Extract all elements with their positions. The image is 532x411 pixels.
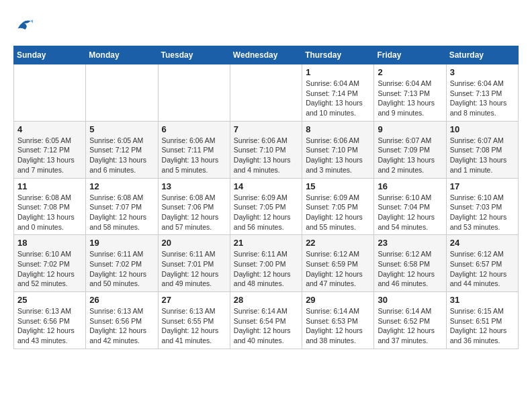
day-number: 29 — [306, 295, 370, 305]
calendar-cell: 7Sunrise: 6:06 AM Sunset: 7:10 PM Daylig… — [230, 121, 302, 178]
calendar-cell: 31Sunrise: 6:15 AM Sunset: 6:51 PM Dayli… — [446, 292, 518, 349]
weekday-header-monday: Monday — [86, 46, 158, 64]
day-info: Sunrise: 6:14 AM Sunset: 6:54 PM Dayligh… — [234, 306, 298, 346]
day-info: Sunrise: 6:12 AM Sunset: 6:57 PM Dayligh… — [450, 249, 515, 289]
day-info: Sunrise: 6:06 AM Sunset: 7:11 PM Dayligh… — [162, 136, 226, 175]
calendar-cell: 12Sunrise: 6:08 AM Sunset: 7:07 PM Dayli… — [86, 178, 158, 235]
day-number: 12 — [89, 181, 154, 191]
day-number: 1 — [306, 67, 370, 77]
day-number: 2 — [378, 67, 442, 77]
day-info: Sunrise: 6:09 AM Sunset: 7:05 PM Dayligh… — [306, 193, 370, 232]
day-number: 18 — [17, 238, 82, 248]
day-number: 24 — [450, 238, 515, 248]
day-number: 28 — [234, 295, 298, 305]
day-number: 16 — [378, 181, 442, 191]
calendar-cell — [230, 64, 302, 122]
calendar-cell — [86, 64, 158, 122]
calendar-cell: 1Sunrise: 6:04 AM Sunset: 7:14 PM Daylig… — [302, 64, 374, 122]
day-number: 4 — [17, 124, 82, 134]
day-info: Sunrise: 6:14 AM Sunset: 6:53 PM Dayligh… — [306, 306, 370, 346]
calendar-cell: 18Sunrise: 6:10 AM Sunset: 7:02 PM Dayli… — [14, 235, 86, 292]
day-info: Sunrise: 6:11 AM Sunset: 7:02 PM Dayligh… — [89, 249, 154, 289]
calendar-table: SundayMondayTuesdayWednesdayThursdayFrid… — [13, 46, 519, 349]
day-info: Sunrise: 6:06 AM Sunset: 7:10 PM Dayligh… — [234, 136, 298, 175]
day-number: 23 — [378, 238, 442, 248]
day-info: Sunrise: 6:05 AM Sunset: 7:12 PM Dayligh… — [17, 136, 82, 175]
day-number: 20 — [162, 238, 226, 248]
page-header — [13, 13, 519, 35]
calendar-cell: 26Sunrise: 6:13 AM Sunset: 6:56 PM Dayli… — [86, 292, 158, 349]
day-number: 11 — [17, 181, 82, 191]
logo-icon — [13, 13, 35, 35]
calendar-cell: 25Sunrise: 6:13 AM Sunset: 6:56 PM Dayli… — [14, 292, 86, 349]
week-row-3: 11Sunrise: 6:08 AM Sunset: 7:08 PM Dayli… — [14, 178, 519, 235]
calendar-cell: 17Sunrise: 6:10 AM Sunset: 7:03 PM Dayli… — [446, 178, 518, 235]
weekday-header-sunday: Sunday — [14, 46, 86, 64]
calendar-cell: 21Sunrise: 6:11 AM Sunset: 7:00 PM Dayli… — [230, 235, 302, 292]
calendar-cell: 16Sunrise: 6:10 AM Sunset: 7:04 PM Dayli… — [374, 178, 446, 235]
day-info: Sunrise: 6:04 AM Sunset: 7:13 PM Dayligh… — [450, 79, 515, 118]
day-info: Sunrise: 6:07 AM Sunset: 7:08 PM Dayligh… — [450, 136, 515, 175]
day-number: 9 — [378, 124, 442, 134]
day-info: Sunrise: 6:10 AM Sunset: 7:03 PM Dayligh… — [450, 193, 515, 232]
weekday-header-wednesday: Wednesday — [230, 46, 302, 64]
calendar-cell: 2Sunrise: 6:04 AM Sunset: 7:13 PM Daylig… — [374, 64, 446, 122]
calendar-cell — [158, 64, 230, 122]
day-number: 19 — [89, 238, 154, 248]
day-number: 17 — [450, 181, 515, 191]
day-number: 25 — [17, 295, 82, 305]
day-info: Sunrise: 6:14 AM Sunset: 6:52 PM Dayligh… — [378, 306, 442, 346]
calendar-cell: 8Sunrise: 6:06 AM Sunset: 7:10 PM Daylig… — [302, 121, 374, 178]
calendar-cell: 24Sunrise: 6:12 AM Sunset: 6:57 PM Dayli… — [446, 235, 518, 292]
day-number: 3 — [450, 67, 515, 77]
day-info: Sunrise: 6:08 AM Sunset: 7:08 PM Dayligh… — [17, 193, 82, 232]
day-number: 5 — [89, 124, 154, 134]
calendar-cell: 22Sunrise: 6:12 AM Sunset: 6:59 PM Dayli… — [302, 235, 374, 292]
day-info: Sunrise: 6:07 AM Sunset: 7:09 PM Dayligh… — [378, 136, 442, 175]
day-info: Sunrise: 6:15 AM Sunset: 6:51 PM Dayligh… — [450, 306, 515, 346]
calendar-cell: 11Sunrise: 6:08 AM Sunset: 7:08 PM Dayli… — [14, 178, 86, 235]
day-info: Sunrise: 6:06 AM Sunset: 7:10 PM Dayligh… — [306, 136, 370, 175]
calendar-cell: 19Sunrise: 6:11 AM Sunset: 7:02 PM Dayli… — [86, 235, 158, 292]
day-number: 21 — [234, 238, 298, 248]
calendar-cell: 5Sunrise: 6:05 AM Sunset: 7:12 PM Daylig… — [86, 121, 158, 178]
day-number: 10 — [450, 124, 515, 134]
day-info: Sunrise: 6:10 AM Sunset: 7:04 PM Dayligh… — [378, 193, 442, 232]
calendar-cell — [14, 64, 86, 122]
week-row-5: 25Sunrise: 6:13 AM Sunset: 6:56 PM Dayli… — [14, 292, 519, 349]
calendar-cell: 6Sunrise: 6:06 AM Sunset: 7:11 PM Daylig… — [158, 121, 230, 178]
calendar-cell: 29Sunrise: 6:14 AM Sunset: 6:53 PM Dayli… — [302, 292, 374, 349]
day-number: 22 — [306, 238, 370, 248]
week-row-4: 18Sunrise: 6:10 AM Sunset: 7:02 PM Dayli… — [14, 235, 519, 292]
logo — [13, 13, 38, 35]
day-info: Sunrise: 6:11 AM Sunset: 7:00 PM Dayligh… — [234, 249, 298, 289]
day-number: 27 — [162, 295, 226, 305]
calendar-cell: 23Sunrise: 6:12 AM Sunset: 6:58 PM Dayli… — [374, 235, 446, 292]
day-info: Sunrise: 6:05 AM Sunset: 7:12 PM Dayligh… — [89, 136, 154, 175]
day-info: Sunrise: 6:11 AM Sunset: 7:01 PM Dayligh… — [162, 249, 226, 289]
day-info: Sunrise: 6:08 AM Sunset: 7:07 PM Dayligh… — [89, 193, 154, 232]
calendar-cell: 30Sunrise: 6:14 AM Sunset: 6:52 PM Dayli… — [374, 292, 446, 349]
weekday-header-tuesday: Tuesday — [158, 46, 230, 64]
day-number: 15 — [306, 181, 370, 191]
calendar-cell: 20Sunrise: 6:11 AM Sunset: 7:01 PM Dayli… — [158, 235, 230, 292]
day-info: Sunrise: 6:04 AM Sunset: 7:14 PM Dayligh… — [306, 79, 370, 118]
calendar-cell: 15Sunrise: 6:09 AM Sunset: 7:05 PM Dayli… — [302, 178, 374, 235]
calendar-cell: 14Sunrise: 6:09 AM Sunset: 7:05 PM Dayli… — [230, 178, 302, 235]
calendar-cell: 10Sunrise: 6:07 AM Sunset: 7:08 PM Dayli… — [446, 121, 518, 178]
day-info: Sunrise: 6:09 AM Sunset: 7:05 PM Dayligh… — [234, 193, 298, 232]
day-info: Sunrise: 6:10 AM Sunset: 7:02 PM Dayligh… — [17, 249, 82, 289]
calendar-cell: 28Sunrise: 6:14 AM Sunset: 6:54 PM Dayli… — [230, 292, 302, 349]
day-info: Sunrise: 6:12 AM Sunset: 6:59 PM Dayligh… — [306, 249, 370, 289]
day-number: 30 — [378, 295, 442, 305]
calendar-cell: 27Sunrise: 6:13 AM Sunset: 6:55 PM Dayli… — [158, 292, 230, 349]
week-row-2: 4Sunrise: 6:05 AM Sunset: 7:12 PM Daylig… — [14, 121, 519, 178]
day-number: 31 — [450, 295, 515, 305]
day-number: 26 — [89, 295, 154, 305]
day-number: 13 — [162, 181, 226, 191]
day-info: Sunrise: 6:12 AM Sunset: 6:58 PM Dayligh… — [378, 249, 442, 289]
weekday-header-saturday: Saturday — [446, 46, 518, 64]
week-row-1: 1Sunrise: 6:04 AM Sunset: 7:14 PM Daylig… — [14, 64, 519, 122]
day-info: Sunrise: 6:08 AM Sunset: 7:06 PM Dayligh… — [162, 193, 226, 232]
weekday-header-thursday: Thursday — [302, 46, 374, 64]
